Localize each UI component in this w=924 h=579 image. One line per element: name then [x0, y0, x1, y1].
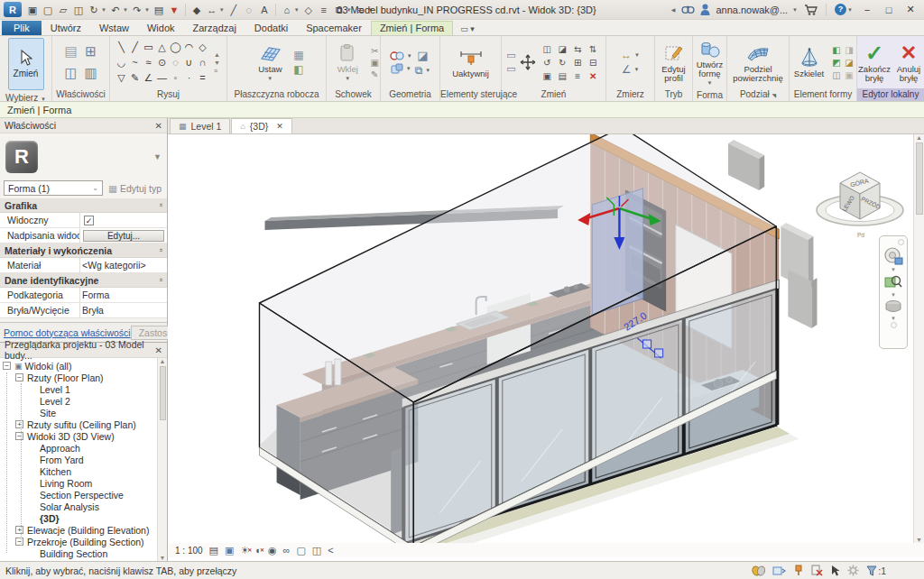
tree-item[interactable]: +Elewacje (Building Elevation)	[0, 524, 156, 536]
draw-tool-icon[interactable]: ◠	[185, 41, 194, 53]
scale-icon[interactable]: ⊟	[589, 58, 596, 68]
pin-icon[interactable]: ▣	[542, 71, 550, 81]
wall-top-icon[interactable]: ▭	[506, 50, 515, 61]
properties-toggle-icon[interactable]: ◫	[64, 65, 77, 81]
panel-label-select[interactable]: Wybierz ▼	[0, 92, 51, 105]
family-category-icon[interactable]: ▥	[84, 65, 97, 81]
ui-dock-icon[interactable]: ▣	[25, 3, 40, 17]
zoom-region-icon[interactable]	[884, 273, 902, 291]
navigation-bar[interactable]: ▼ ▼ ▼	[879, 235, 908, 349]
tree-item[interactable]: Site	[0, 407, 156, 418]
render-icon[interactable]: ◉	[268, 544, 277, 556]
shadows-icon[interactable]: ◐✕	[255, 544, 262, 556]
close-icon[interactable]: ✕	[276, 122, 283, 131]
align-icon[interactable]: ◫	[542, 44, 550, 54]
tree-item[interactable]: Building Section	[0, 547, 156, 559]
app-button[interactable]: R	[4, 2, 22, 17]
scroll-up-icon[interactable]: ▲	[160, 358, 166, 364]
tree-item[interactable]: −▣Widoki (all)	[0, 360, 156, 372]
view-scale[interactable]: 1 : 100	[175, 546, 203, 556]
collapse-icon[interactable]: <	[328, 544, 333, 556]
tree-item[interactable]: Level 2	[0, 395, 156, 407]
expand-expander-icon[interactable]: +	[15, 526, 23, 534]
chevron-down-icon[interactable]: ▼	[144, 7, 150, 13]
chevron-down-icon[interactable]: ▼	[792, 7, 798, 13]
show-workplane-icon[interactable]: ▦	[293, 49, 303, 61]
edit-type-button[interactable]: ▦ Edytuj typ	[106, 183, 163, 194]
tab-utworz[interactable]: Utwórz	[42, 21, 90, 35]
draw-tool-icon[interactable]: ·	[188, 72, 191, 83]
panel-label-clipboard[interactable]: Schowek	[327, 88, 380, 101]
draw-tool-icon[interactable]: ≈	[146, 57, 152, 68]
workplane-viewer-icon[interactable]: ◧	[293, 63, 303, 76]
solid-value[interactable]: Bryła	[79, 303, 167, 317]
draw-tool-icon[interactable]: ◡	[117, 57, 126, 69]
paste-button[interactable]: Wklej▼	[328, 42, 368, 83]
divide-surface-button[interactable]: Podziel powierzchnię	[729, 42, 787, 83]
panel-label-modify[interactable]: Zmień	[502, 88, 605, 101]
text-note-icon[interactable]: A	[257, 3, 272, 17]
draw-tool-icon[interactable]: ▭	[143, 41, 152, 53]
gallery-expand-icon[interactable]: ≡	[214, 68, 220, 74]
sun-path-icon[interactable]: ☀✕	[240, 544, 249, 556]
minimize-button[interactable]: −	[859, 5, 875, 15]
move-icon[interactable]	[519, 53, 537, 71]
copy-icon[interactable]: ▣	[371, 58, 379, 68]
tree-item[interactable]: Approach	[0, 442, 156, 454]
export-pdf-icon[interactable]: ▼	[167, 3, 181, 17]
draw-tool-icon[interactable]: ∠	[144, 72, 153, 84]
worksets-icon[interactable]	[752, 565, 765, 576]
view-tab-3d[interactable]: ⌂ {3D} ✕	[231, 118, 291, 133]
panel-label-form[interactable]: Forma	[693, 89, 726, 101]
wall-base-icon[interactable]: ▭	[506, 63, 515, 75]
chevron-down-icon[interactable]: ▼	[891, 316, 896, 321]
exclude-options-icon[interactable]	[811, 565, 823, 576]
measure-icon[interactable]: ↔	[621, 49, 632, 61]
navbar-handle-icon[interactable]	[898, 239, 904, 245]
tree-item[interactable]: Section Perspective	[0, 489, 156, 501]
panel-label-mode[interactable]: Tryb	[655, 88, 692, 101]
cancel-mass-button[interactable]: ✕ Anuluj bryłę	[895, 42, 922, 83]
tree-item[interactable]: −Rzuty (Floor Plan)	[0, 372, 156, 383]
scroll-down-icon[interactable]: ▼	[160, 555, 166, 561]
model-line-icon[interactable]: ╱	[226, 3, 241, 17]
panel-label-geometry[interactable]: Geometria	[381, 88, 439, 101]
panel-label-controls[interactable]: Elementy sterujące	[440, 88, 501, 101]
navbar-handle-icon[interactable]	[891, 322, 897, 328]
unpin-icon[interactable]: ▤	[558, 71, 566, 81]
chevron-down-icon[interactable]: ▼	[891, 292, 896, 298]
signed-in-user[interactable]: anna.nowak@...	[716, 5, 788, 15]
visible-checkbox[interactable]: ✓	[84, 216, 94, 225]
tree-item[interactable]: −Przekroje (Building Section)	[0, 536, 156, 547]
finish-mass-button[interactable]: ✓ Zakończ bryłę	[859, 42, 890, 83]
expand-expander-icon[interactable]: +	[15, 420, 23, 428]
model-canvas[interactable]: 227.0	[168, 134, 924, 543]
collapse-icon[interactable]: «	[156, 248, 164, 252]
panel-label-properties[interactable]: Właściwości	[52, 88, 109, 101]
create-form-button[interactable]: Utwórz formę▼	[694, 38, 725, 87]
material-value[interactable]: <Wg kategorii>	[79, 258, 167, 272]
type-selector[interactable]: R ▼	[0, 133, 167, 180]
modify-figure-icon[interactable]: ◆	[189, 3, 204, 17]
pan-wheel-icon[interactable]	[883, 299, 903, 315]
panel-label-form-element[interactable]: Element formy	[790, 88, 856, 101]
subcategory-value[interactable]: Forma	[79, 288, 167, 302]
tree-item-current-view[interactable]: {3D}	[0, 512, 156, 524]
add-profile-icon[interactable]: ◧	[832, 45, 840, 55]
user-icon[interactable]	[700, 4, 710, 15]
reveal-hidden-icon[interactable]: ▢	[296, 544, 305, 556]
collapse-expander-icon[interactable]: −	[15, 373, 23, 381]
collapse-icon[interactable]: «	[156, 278, 164, 281]
browser-scrollbar[interactable]: ▲▼	[157, 358, 167, 561]
crop-view-icon[interactable]: ▤	[209, 544, 218, 556]
maximize-button[interactable]: □	[881, 5, 897, 15]
visual-style-icon[interactable]: ▣	[225, 544, 234, 556]
canvas-vertical-scrollbar[interactable]: ▲ ▼	[913, 134, 924, 543]
dimension-toggle-icon[interactable]	[655, 349, 663, 357]
scrollbar-thumb[interactable]	[916, 142, 923, 215]
draw-tool-icon[interactable]: ◌	[172, 57, 179, 68]
collapse-expander-icon[interactable]: −	[15, 538, 23, 546]
viewcube-south-label[interactable]: Pd	[857, 232, 864, 238]
dimension-icon[interactable]: ∠	[622, 63, 632, 76]
scroll-down-icon[interactable]: ▼	[916, 537, 922, 543]
